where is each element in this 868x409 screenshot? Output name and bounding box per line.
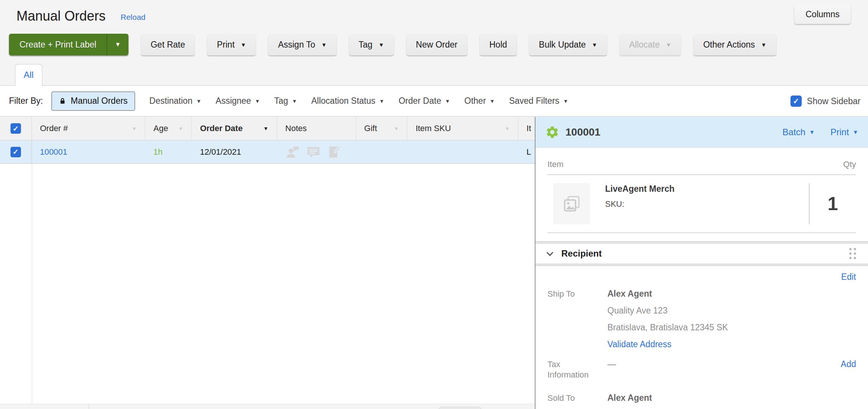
column-order-date[interactable]: Order Date ▼ [192, 117, 277, 140]
recipient-section-header[interactable]: Recipient [547, 243, 856, 264]
get-rate-button[interactable]: Get Rate [141, 34, 195, 55]
column-item-sku-label: Item SKU [416, 124, 451, 133]
column-age-label: Age [154, 124, 168, 133]
new-order-label: New Order [416, 40, 458, 50]
tax-information-label: Tax Information [547, 359, 602, 380]
reload-link[interactable]: Reload [121, 13, 146, 22]
filter-saved-filters[interactable]: Saved Filters ▼ [509, 96, 568, 106]
chevron-down-icon: ▼ [115, 42, 121, 48]
tab-all[interactable]: All [15, 64, 42, 86]
bulk-update-button[interactable]: Bulk Update ▼ [529, 34, 607, 55]
column-order-number[interactable]: Order # ▼ [32, 117, 145, 140]
print-button[interactable]: Print ▼ [207, 34, 256, 55]
filter-other-label: Other [464, 96, 486, 106]
recipient-address-line2: Bratislava, Bratislava 12345 SK [607, 322, 856, 333]
column-item-sku[interactable]: Item SKU ▼ [407, 117, 518, 140]
item-name-partial: L [526, 147, 531, 157]
image-placeholder-icon [563, 195, 581, 213]
locked-filter-label: Manual Orders [71, 96, 128, 106]
other-actions-label: Other Actions [703, 40, 755, 50]
lock-icon [59, 97, 66, 105]
edit-recipient-link[interactable]: Edit [841, 272, 856, 282]
column-notes[interactable]: Notes [277, 117, 356, 140]
sort-arrow-icon[interactable]: ▼ [178, 126, 183, 131]
print-label: Print [831, 127, 849, 137]
print-dropdown[interactable]: Print ▼ [831, 127, 858, 137]
show-sidebar-checkbox[interactable]: ✓ [790, 96, 802, 107]
filter-assignee[interactable]: Assignee ▼ [216, 96, 260, 106]
chevron-down-icon: ▼ [379, 99, 385, 104]
tag-button[interactable]: Tag ▼ [349, 34, 394, 55]
select-all-checkbox[interactable]: ✓ [10, 123, 21, 134]
recipient-edit-row: Edit [547, 272, 856, 282]
batch-dropdown[interactable]: Batch ▼ [783, 127, 815, 137]
filter-order-date-label: Order Date [398, 96, 441, 106]
column-item-name[interactable]: It [518, 117, 535, 140]
sort-desc-icon[interactable]: ▼ [263, 125, 268, 131]
age-value: 1h [154, 147, 163, 157]
note-icons [285, 145, 342, 159]
sidebar-header-actions: Batch ▼ Print ▼ [783, 127, 858, 137]
grid-footer [0, 404, 535, 409]
column-item-name-label: It [526, 124, 531, 133]
validate-address-link[interactable]: Validate Address [607, 339, 671, 349]
new-order-button[interactable]: New Order [406, 34, 467, 55]
gear-icon[interactable] [545, 125, 559, 139]
chevron-down-icon: ▼ [563, 99, 568, 104]
filter-saved-filters-label: Saved Filters [509, 96, 559, 106]
order-number-link[interactable]: 100001 [40, 147, 67, 157]
table-row[interactable]: ✓ 100001 1h 12/01/2021 [0, 140, 535, 164]
chevron-down-icon: ▼ [196, 99, 201, 104]
row-checkbox-cell[interactable]: ✓ [0, 140, 31, 163]
filter-tag[interactable]: Tag ▼ [274, 96, 297, 106]
chevron-down-icon[interactable] [546, 249, 553, 256]
filter-assignee-label: Assignee [216, 96, 251, 106]
sort-arrow-icon[interactable]: ▼ [505, 126, 510, 131]
assign-to-button[interactable]: Assign To ▼ [268, 34, 336, 55]
filter-destination[interactable]: Destination ▼ [149, 96, 201, 106]
column-gift[interactable]: Gift ▼ [356, 117, 407, 140]
filter-allocation-status-label: Allocation Status [311, 96, 375, 106]
show-sidebar-toggle[interactable]: ✓ Show Sidebar [790, 86, 861, 116]
columns-button[interactable]: Columns [794, 4, 851, 24]
tab-bar: All [0, 64, 868, 86]
column-order-date-label: Order Date [200, 124, 243, 133]
tag-label: Tag [359, 40, 373, 50]
qty-column-label: Qty [843, 160, 856, 169]
add-tax-information-link[interactable]: Add [841, 359, 856, 380]
filter-allocation-status[interactable]: Allocation Status ▼ [311, 96, 384, 106]
chevron-down-icon: ▼ [853, 129, 858, 135]
locked-filter-chip[interactable]: Manual Orders [51, 91, 135, 111]
footer-divider [89, 405, 89, 409]
internal-note-icon [327, 145, 342, 159]
row-item-sku-cell [407, 140, 518, 163]
create-print-label-button[interactable]: Create + Print Label ▼ [9, 34, 128, 55]
page-title: Manual Orders [16, 8, 106, 24]
recipient-name: Alex Agent [607, 289, 856, 299]
horizontal-scrollbar-thumb[interactable] [438, 407, 482, 409]
row-notes-cell [277, 140, 356, 163]
filter-other[interactable]: Other ▼ [464, 96, 495, 106]
filter-order-date[interactable]: Order Date ▼ [398, 96, 450, 106]
create-print-label-label[interactable]: Create + Print Label [9, 34, 107, 55]
filter-tag-label: Tag [274, 96, 288, 106]
column-age[interactable]: Age ▼ [145, 117, 192, 140]
hold-button[interactable]: Hold [480, 34, 517, 55]
sort-arrow-icon[interactable]: ▼ [394, 126, 399, 131]
row-gift-cell [356, 140, 407, 163]
chevron-down-icon: ▼ [241, 42, 246, 48]
orders-grid: ✓ Order # ▼ Age ▼ Order Date ▼ Notes Gif… [0, 117, 535, 409]
item-column-label: Item [547, 160, 564, 169]
ship-to-value: Alex Agent Quality Ave 123 Bratislava, B… [607, 289, 856, 349]
chevron-down-icon: ▼ [490, 99, 495, 104]
chevron-down-icon: ▼ [666, 42, 671, 48]
allocate-button: Allocate ▼ [619, 34, 681, 55]
chevron-down-icon: ▼ [592, 42, 597, 48]
drag-handle-icon[interactable] [849, 248, 856, 259]
sort-arrow-icon[interactable]: ▼ [132, 126, 137, 131]
row-checkbox[interactable]: ✓ [10, 147, 21, 157]
other-actions-button[interactable]: Other Actions ▼ [694, 34, 776, 55]
select-all-checkbox-cell[interactable]: ✓ [0, 117, 32, 140]
create-print-label-dropdown[interactable]: ▼ [107, 34, 128, 55]
bulk-update-label: Bulk Update [539, 40, 586, 50]
